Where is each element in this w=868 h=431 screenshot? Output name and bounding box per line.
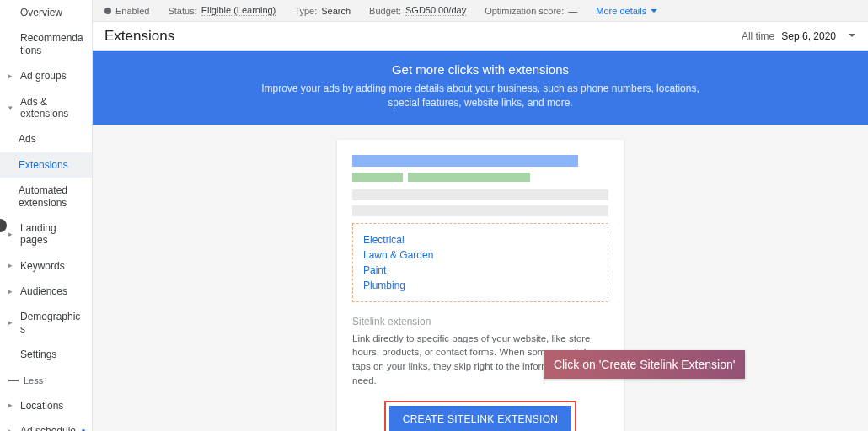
date-range-value[interactable]: Sep 6, 2020 xyxy=(781,30,836,42)
chevron-right-icon: ▸ xyxy=(8,72,17,81)
chevron-right-icon: ▸ xyxy=(8,287,17,296)
sidebar-item-overview[interactable]: Overview xyxy=(0,0,92,25)
sidebar-item-landing-pages[interactable]: ▸Landing pages xyxy=(0,216,92,253)
ad-preview: Electrical Lawn & Garden Paint Plumbing xyxy=(352,155,608,302)
sidebar-item-label: Locations xyxy=(20,400,85,412)
chevron-right-icon: ▸ xyxy=(8,427,17,431)
page-title: Extensions xyxy=(104,28,174,45)
sidebar-item-label: Audiences xyxy=(20,285,85,297)
sitelink-preview-item: Plumbing xyxy=(363,278,597,293)
sidebar-item-label: Ad groups xyxy=(20,70,85,82)
status-budget: Budget: SGD50.00/day xyxy=(369,5,466,16)
chevron-right-icon: ▸ xyxy=(8,261,17,270)
sidebar-item-locations[interactable]: ▸Locations xyxy=(0,393,92,418)
sidebar-item-label: Overview xyxy=(20,7,85,19)
sidebar-item-label: Landing pages xyxy=(20,222,85,247)
date-range-label: All time xyxy=(742,30,774,42)
caret-down-icon xyxy=(848,31,856,40)
preview-url-bar-short xyxy=(352,173,403,182)
tutorial-annotation: Click on 'Create Sitelink Extension' xyxy=(544,350,745,379)
sidebar-item-ad-schedule[interactable]: ▸Ad schedule xyxy=(0,418,92,431)
promo-banner: Get more clicks with extensions Improve … xyxy=(93,51,868,125)
content-area: Electrical Lawn & Garden Paint Plumbing … xyxy=(93,125,868,431)
minus-icon xyxy=(8,380,19,381)
cta-highlight-box: CREATE SITELINK EXTENSION xyxy=(384,401,577,431)
sidebar-item-recommendations[interactable]: Recommendations xyxy=(0,25,92,63)
sidebar-item-label: Extensions xyxy=(19,159,85,171)
sidebar-item-settings[interactable]: Settings xyxy=(0,342,92,367)
sidebar-item-label: Recommendations xyxy=(20,32,85,56)
opt-label: Optimization score: xyxy=(485,6,564,16)
sidebar-item-audiences[interactable]: ▸Audiences xyxy=(0,279,92,304)
sidebar-item-ad-groups[interactable]: ▸Ad groups xyxy=(0,63,92,88)
enabled-dot-icon xyxy=(104,8,111,14)
banner-body: Improve your ads by adding more details … xyxy=(244,82,716,111)
type-label: Type: xyxy=(294,6,317,16)
chevron-right-icon: ▸ xyxy=(8,401,17,410)
sidebar-item-ads-extensions[interactable]: ▾Ads & extensions xyxy=(0,89,92,127)
sidebar-item-keywords[interactable]: ▸Keywords xyxy=(0,253,92,279)
extension-card: Electrical Lawn & Garden Paint Plumbing … xyxy=(337,140,624,431)
sidebar-item-ads[interactable]: Ads xyxy=(0,126,92,152)
sitelink-preview-item: Electrical xyxy=(363,232,597,247)
main-column: Enabled Status: Eligible (Learning) Type… xyxy=(93,0,868,431)
sidebar-item-label: Ads & extensions xyxy=(20,96,85,120)
sitelink-preview-item: Lawn & Garden xyxy=(363,247,597,263)
budget-label: Budget: xyxy=(369,6,401,16)
status-type: Type: Search xyxy=(294,6,351,16)
type-value: Search xyxy=(321,6,351,16)
status-label: Status: xyxy=(168,6,196,16)
date-range-dropdown[interactable] xyxy=(848,29,856,42)
banner-heading: Get more clicks with extensions xyxy=(110,62,851,77)
status-value[interactable]: Eligible (Learning) xyxy=(201,5,276,16)
extension-type-label: Sitelink extension xyxy=(352,316,608,327)
status-optimization: Optimization score: — xyxy=(485,6,577,16)
sidebar-item-label: Ad schedule xyxy=(20,425,78,431)
sidebar-item-automated-extensions[interactable]: Automated extensions xyxy=(0,178,92,216)
sidebar-item-demographics[interactable]: ▸Demographics xyxy=(0,304,92,342)
chevron-down-icon xyxy=(650,7,658,15)
opt-value: — xyxy=(568,6,577,16)
sitelinks-preview-box: Electrical Lawn & Garden Paint Plumbing xyxy=(352,223,608,302)
create-sitelink-extension-button[interactable]: CREATE SITELINK EXTENSION xyxy=(389,406,572,431)
more-details-link[interactable]: More details xyxy=(596,6,658,16)
sidebar-item-extensions[interactable]: Extensions xyxy=(0,152,92,178)
page-title-bar: Extensions All time Sep 6, 2020 xyxy=(93,22,868,51)
preview-desc-bar xyxy=(352,189,608,200)
preview-url-bar-long xyxy=(408,173,530,182)
preview-headline-bar xyxy=(352,155,578,167)
status-eligibility: Status: Eligible (Learning) xyxy=(168,5,276,16)
sidebar-item-label: Automated extensions xyxy=(19,184,85,209)
sidebar-less-label: Less xyxy=(24,375,43,386)
status-enabled[interactable]: Enabled xyxy=(104,6,149,16)
sidebar-item-label: Ads xyxy=(19,133,85,145)
chevron-right-icon: ▸ xyxy=(8,318,17,327)
chevron-right-icon: ▸ xyxy=(8,230,17,239)
preview-desc-bar xyxy=(352,205,608,216)
sidebar-item-label: Settings xyxy=(20,349,85,360)
enabled-label: Enabled xyxy=(115,6,149,16)
sidebar-nav: Overview Recommendations ▸Ad groups ▾Ads… xyxy=(0,0,93,431)
sitelink-preview-item: Paint xyxy=(363,263,597,278)
sidebar-item-label: Keywords xyxy=(20,260,85,272)
more-details-label: More details xyxy=(596,6,646,16)
campaign-status-bar: Enabled Status: Eligible (Learning) Type… xyxy=(93,0,868,22)
sidebar-item-label: Demographics xyxy=(20,311,85,335)
chevron-down-icon: ▾ xyxy=(8,104,17,113)
sidebar-less-toggle[interactable]: Less xyxy=(0,368,92,393)
budget-value[interactable]: SGD50.00/day xyxy=(405,5,466,16)
